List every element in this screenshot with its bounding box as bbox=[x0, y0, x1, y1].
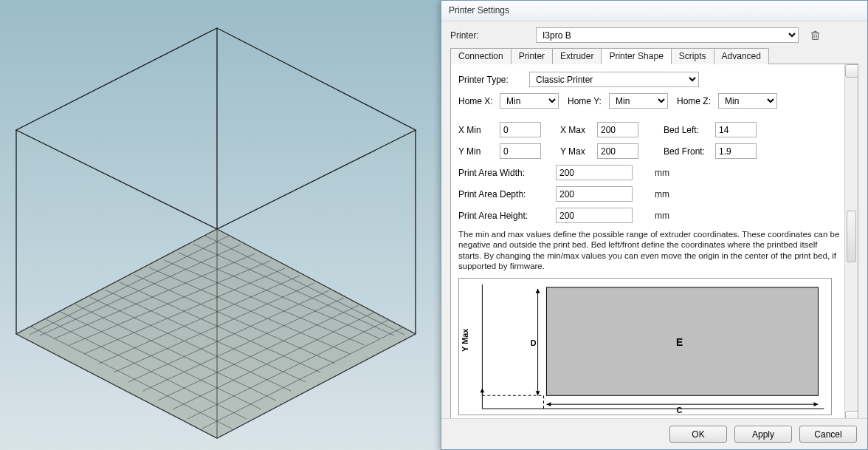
home-y-label: Home Y: bbox=[568, 96, 609, 106]
svg-marker-46 bbox=[536, 391, 540, 395]
pad-input[interactable] bbox=[556, 186, 633, 202]
tab-scripts[interactable]: Scripts bbox=[671, 48, 714, 64]
printer-type-select[interactable]: Classic Printer bbox=[529, 72, 699, 87]
build-volume-cube bbox=[0, 0, 443, 450]
pad-label: Print Area Depth: bbox=[458, 189, 556, 200]
home-x-label: Home X: bbox=[458, 96, 500, 106]
bed-diagram: Y Max D E bbox=[458, 278, 832, 415]
dialog-body: Printer: I3pro B Connection Printer Extr… bbox=[441, 21, 867, 418]
paw-unit: mm bbox=[655, 168, 669, 178]
home-z-label: Home Z: bbox=[677, 96, 718, 106]
printer-type-label: Printer Type: bbox=[458, 75, 529, 85]
tab-pane-printer-shape: Printer Type: Classic Printer Home X: Mi… bbox=[450, 64, 858, 418]
svg-marker-45 bbox=[536, 288, 540, 293]
svg-marker-0 bbox=[16, 28, 416, 229]
tab-connection[interactable]: Connection bbox=[450, 48, 512, 64]
printer-settings-dialog: Printer Settings Printer: I3pro B Connec… bbox=[441, 0, 868, 450]
ymin-input[interactable] bbox=[500, 143, 541, 159]
home-z-select[interactable]: Min bbox=[718, 93, 777, 109]
xmax-label: X Max bbox=[560, 125, 597, 135]
tab-extruder[interactable]: Extruder bbox=[552, 48, 602, 64]
ymax-input[interactable] bbox=[597, 143, 638, 159]
svg-marker-50 bbox=[814, 402, 819, 406]
apply-button[interactable]: Apply bbox=[734, 426, 792, 443]
viewport-3d[interactable] bbox=[0, 0, 443, 450]
tab-bar: Connection Printer Extruder Printer Shap… bbox=[450, 47, 858, 64]
tab-printer[interactable]: Printer bbox=[511, 48, 553, 64]
xmin-label: X Min bbox=[458, 125, 500, 135]
scroll-up-icon[interactable]: ▲ bbox=[845, 64, 858, 78]
pah-label: Print Area Height: bbox=[458, 211, 556, 221]
vertical-scrollbar[interactable]: ▲ ▼ bbox=[844, 64, 858, 418]
pah-input[interactable] bbox=[556, 208, 633, 223]
ymax-label: Y Max bbox=[560, 146, 597, 157]
bedfront-input[interactable] bbox=[715, 143, 757, 159]
scroll-down-icon[interactable]: ▼ bbox=[845, 411, 858, 418]
trash-icon[interactable] bbox=[809, 30, 821, 41]
svg-marker-49 bbox=[546, 402, 551, 406]
pah-unit: mm bbox=[655, 211, 669, 221]
home-x-select[interactable]: Min bbox=[500, 93, 559, 109]
diagram-ymax-label: Y Max bbox=[461, 328, 469, 351]
ymin-label: Y Min bbox=[458, 146, 500, 157]
paw-label: Print Area Width: bbox=[458, 168, 556, 178]
printer-label: Printer: bbox=[450, 30, 490, 41]
svg-marker-6 bbox=[16, 229, 416, 438]
scroll-track[interactable] bbox=[845, 78, 858, 411]
bedleft-label: Bed Left: bbox=[664, 125, 715, 135]
ok-button[interactable]: OK bbox=[669, 426, 727, 443]
paw-input[interactable] bbox=[556, 165, 633, 180]
diagram-e-label: E bbox=[676, 336, 683, 348]
home-y-select[interactable]: Min bbox=[609, 93, 668, 109]
diagram-c-label: C bbox=[677, 406, 683, 415]
tab-advanced[interactable]: Advanced bbox=[714, 48, 769, 64]
help-text: The min and max values define the possib… bbox=[458, 229, 842, 272]
svg-marker-52 bbox=[480, 388, 484, 392]
diagram-d-label: D bbox=[531, 338, 537, 347]
dialog-title: Printer Settings bbox=[441, 1, 867, 21]
svg-rect-33 bbox=[812, 33, 818, 39]
tab-printer-shape[interactable]: Printer Shape bbox=[601, 48, 671, 64]
dialog-footer: OK Apply Cancel bbox=[441, 418, 867, 449]
bedfront-label: Bed Front: bbox=[664, 146, 715, 157]
bedleft-input[interactable] bbox=[715, 122, 757, 137]
printer-select[interactable]: I3pro B bbox=[536, 27, 799, 43]
xmax-input[interactable] bbox=[597, 122, 638, 137]
scroll-thumb[interactable] bbox=[847, 211, 856, 262]
xmin-input[interactable] bbox=[500, 122, 541, 137]
pad-unit: mm bbox=[655, 189, 669, 200]
cancel-button[interactable]: Cancel bbox=[799, 426, 857, 443]
